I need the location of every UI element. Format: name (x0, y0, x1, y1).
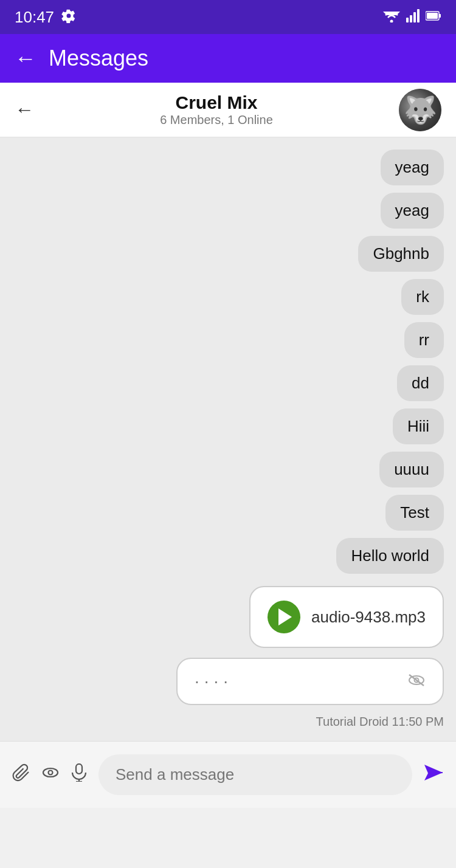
status-time: 10:47 (15, 8, 54, 27)
svg-rect-4 (410, 15, 412, 22)
messages-area: yeagyeagGbghnbrkrrddHiiiuuuuTestHello wo… (0, 137, 456, 741)
signal-icon (406, 9, 420, 26)
svg-rect-6 (417, 9, 420, 22)
status-bar: 10:47 (0, 0, 456, 34)
chat-members-info: 6 Members, 1 Online (34, 113, 399, 127)
eye-icon[interactable] (41, 763, 60, 786)
attachment-icon[interactable] (12, 763, 30, 786)
message-bubble: Hello world (336, 538, 444, 574)
message-input-wrapper[interactable] (98, 754, 412, 795)
audio-message-bubble: audio-9438.mp3 (249, 586, 444, 648)
gear-icon (61, 9, 76, 26)
message-input[interactable] (116, 765, 395, 784)
svg-point-13 (43, 768, 58, 777)
message-bubble: rr (404, 322, 444, 358)
eye-slash-icon[interactable] (407, 671, 426, 692)
audio-filename: audio-9438.mp3 (311, 608, 426, 627)
mic-icon[interactable] (71, 763, 88, 786)
password-message-bubble: ···· (176, 658, 444, 705)
svg-rect-3 (406, 18, 409, 22)
avatar[interactable] (399, 89, 441, 131)
input-bar (0, 741, 456, 808)
message-bubble: Gbghnb (358, 236, 444, 272)
svg-rect-9 (427, 13, 438, 19)
status-right (383, 9, 441, 26)
chat-group-name: Cruel Mix (34, 92, 399, 113)
avatar-image (399, 89, 441, 131)
svg-rect-5 (413, 12, 416, 22)
svg-point-14 (49, 771, 53, 775)
app-header: ← Messages (0, 34, 456, 83)
chat-header: ← Cruel Mix 6 Members, 1 Online (0, 83, 456, 137)
status-left: 10:47 (15, 8, 76, 27)
message-bubble: dd (397, 365, 444, 401)
wifi-icon (383, 9, 400, 26)
app-back-button[interactable]: ← (15, 46, 36, 71)
message-bubble: Test (385, 495, 444, 531)
svg-rect-8 (439, 14, 441, 18)
message-bubble: yeag (381, 150, 444, 185)
password-dots: ···· (195, 672, 233, 691)
send-button[interactable] (423, 763, 444, 787)
app-header-title: Messages (49, 46, 148, 71)
message-bubble: rk (401, 279, 444, 315)
svg-line-19 (428, 773, 443, 773)
message-meta: Tutorial Droid 11:50 PM (316, 715, 444, 729)
message-bubble: yeag (381, 193, 444, 229)
message-bubble: uuuu (379, 452, 444, 487)
svg-rect-15 (76, 764, 82, 774)
play-button[interactable] (268, 601, 300, 633)
message-bubble: Hiii (393, 408, 444, 444)
chat-back-button[interactable]: ← (15, 98, 34, 121)
battery-icon (426, 10, 441, 24)
chat-header-center: Cruel Mix 6 Members, 1 Online (34, 92, 399, 127)
